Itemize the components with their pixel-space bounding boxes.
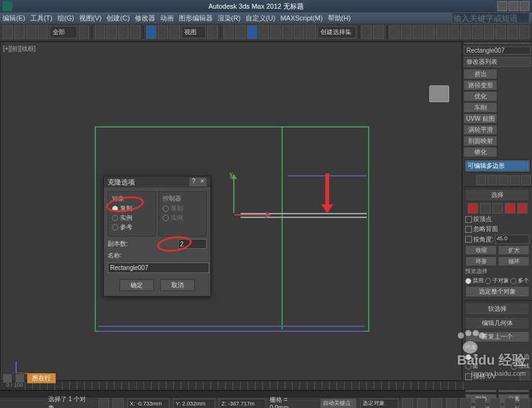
modifier-list-dropdown[interactable]: 修改器列表 xyxy=(464,57,531,67)
move-button[interactable] xyxy=(146,25,157,39)
z-coord-field[interactable]: Z: -367.717m xyxy=(219,399,266,409)
schematic-view-button[interactable] xyxy=(401,25,411,39)
auto-key-button[interactable]: 自动关键点 xyxy=(320,399,356,409)
tab-prev-icon[interactable] xyxy=(2,373,12,383)
render-frame-button[interactable] xyxy=(436,25,447,39)
select-name-button[interactable] xyxy=(106,25,117,39)
stack-item-editpoly[interactable]: 可编辑多边形 xyxy=(466,161,529,171)
tool-extra-6[interactable] xyxy=(519,25,530,39)
subobj-poly-icon[interactable] xyxy=(505,203,515,214)
dialog-close-button[interactable]: × xyxy=(198,178,207,186)
stack-pin-icon[interactable] xyxy=(476,175,486,185)
menu-edit[interactable]: 编辑(E) xyxy=(2,14,25,23)
menu-tools[interactable]: 工具(T) xyxy=(30,14,53,23)
nav-region-icon[interactable] xyxy=(519,398,530,409)
x-coord-field[interactable]: X: -0.733mm xyxy=(127,399,169,409)
rollout-selection[interactable]: 选择 xyxy=(465,189,530,201)
tab-modify[interactable] xyxy=(475,43,486,44)
tab-create[interactable] xyxy=(464,43,474,44)
redo-button[interactable] xyxy=(14,25,25,39)
select-whole-button[interactable]: 选定整个对象 xyxy=(465,286,530,297)
select-object-button[interactable] xyxy=(95,25,105,39)
unlink-button[interactable] xyxy=(38,25,48,39)
render-button[interactable] xyxy=(448,25,458,39)
play-end-icon[interactable] xyxy=(460,398,471,409)
ring-button[interactable]: 环形 xyxy=(465,256,497,266)
play-next-icon[interactable] xyxy=(446,398,457,409)
stack-config-icon[interactable] xyxy=(521,175,531,185)
percent-snap-button[interactable] xyxy=(270,25,281,39)
tool-extra-5[interactable] xyxy=(507,25,518,39)
preview-off-radio[interactable] xyxy=(465,278,471,284)
material-editor-button[interactable] xyxy=(413,25,423,39)
subobj-border-icon[interactable] xyxy=(492,203,503,214)
rollout-soft-sel[interactable]: 软选择 xyxy=(465,303,530,315)
menu-graph[interactable]: 图形编辑器 xyxy=(179,14,213,23)
menu-modifiers[interactable]: 修改器 xyxy=(135,14,155,23)
select-button[interactable] xyxy=(79,25,89,39)
timeline[interactable]: 0 / 100 xyxy=(0,381,532,390)
name-input[interactable]: Rectangle007 xyxy=(108,263,209,273)
menu-maxscript[interactable]: MAXScript(M) xyxy=(280,14,322,22)
rollout-edit-geom[interactable]: 编辑几何体 xyxy=(465,317,530,329)
ok-button[interactable]: 确定 xyxy=(119,279,154,291)
dialog-titlebar[interactable]: 克隆选项 ? × xyxy=(104,176,210,188)
tab-motion[interactable] xyxy=(498,43,508,44)
mod-btn-taper[interactable]: 锥化 xyxy=(463,147,497,157)
angle-field[interactable]: 45.0 xyxy=(495,235,530,244)
menu-search-input[interactable] xyxy=(452,12,530,24)
close-button[interactable] xyxy=(520,1,530,11)
selection-filter-dropdown[interactable]: 全部 xyxy=(49,26,77,38)
tool-extra-1[interactable] xyxy=(460,25,471,39)
y-coord-field[interactable]: Y: 2.032mm xyxy=(173,399,215,409)
window-crossing-button[interactable] xyxy=(130,25,140,39)
modifier-stack[interactable]: 可编辑多边形 xyxy=(464,159,531,173)
tab-hierarchy[interactable] xyxy=(486,43,497,44)
subobj-element-icon[interactable] xyxy=(517,203,528,214)
preview-multi-radio[interactable] xyxy=(510,278,517,284)
dialog-help-button[interactable]: ? xyxy=(189,178,198,186)
mod-btn-turbo[interactable]: 涡轮平滑 xyxy=(463,124,497,135)
named-sel-dropdown[interactable]: 创建选择集 xyxy=(317,26,356,38)
menu-render[interactable]: 渲染(R) xyxy=(218,14,241,23)
mod-btn-extrude[interactable]: 挤出 xyxy=(463,69,497,79)
radio-instance[interactable]: 实例 xyxy=(112,214,152,222)
move-gizmo-x[interactable] xyxy=(234,214,270,215)
minimize-button[interactable] xyxy=(497,1,507,11)
pivot-button[interactable] xyxy=(207,25,218,39)
mirror-button[interactable] xyxy=(306,25,316,39)
viewcube[interactable] xyxy=(429,85,449,102)
manipulate-button[interactable] xyxy=(223,25,234,39)
nav-fov-icon[interactable] xyxy=(504,398,515,409)
tool-extra-4[interactable] xyxy=(496,25,506,39)
stack-show-icon[interactable] xyxy=(487,175,497,185)
chk-by-vertex[interactable] xyxy=(465,216,472,223)
preview-sub-radio[interactable] xyxy=(485,278,491,284)
tab-display[interactable] xyxy=(509,43,520,44)
select-region-button[interactable] xyxy=(118,25,129,39)
copies-spinner[interactable]: 2 xyxy=(178,239,207,249)
mod-btn-section[interactable]: 剖面映射 xyxy=(463,136,497,146)
menu-views[interactable]: 视图(V) xyxy=(79,14,102,23)
mod-btn-lathe[interactable]: 车削 xyxy=(463,102,497,113)
active-tab[interactable]: 所在行 xyxy=(27,373,56,383)
edit-named-sel-button[interactable] xyxy=(294,25,304,39)
timeline-ruler[interactable] xyxy=(25,381,464,390)
transform-type-icon[interactable] xyxy=(113,398,124,409)
radio-reference[interactable]: 参考 xyxy=(112,223,152,232)
play-icon[interactable] xyxy=(431,398,442,409)
angle-snap-button[interactable] xyxy=(259,25,269,39)
layers-button[interactable] xyxy=(373,25,384,39)
radio-copy[interactable]: 复制 xyxy=(112,204,152,213)
stack-unique-icon[interactable] xyxy=(499,175,508,185)
keyboard-shortcut-button[interactable] xyxy=(235,25,246,39)
render-setup-button[interactable] xyxy=(424,25,435,39)
link-button[interactable] xyxy=(26,25,36,39)
maximize-button[interactable] xyxy=(508,1,518,11)
cancel-button[interactable]: 取消 xyxy=(160,279,195,291)
chk-ignore-backface[interactable] xyxy=(465,226,472,233)
mod-btn-uvw[interactable]: UVW 贴图 xyxy=(463,113,497,124)
curve-editor-button[interactable] xyxy=(389,25,400,39)
grow-button[interactable]: 扩大 xyxy=(498,245,530,255)
viewport-label[interactable]: [+][前][线框] xyxy=(3,45,36,53)
